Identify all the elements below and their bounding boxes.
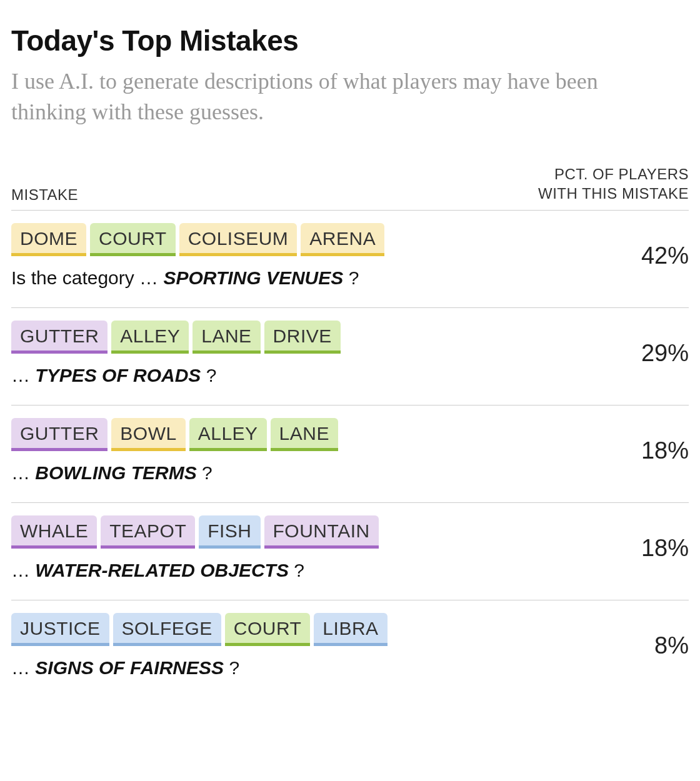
tile-group: GUTTERALLEYLANEDRIVE — [11, 321, 629, 354]
mistake-left: JUSTICESOLFEGECOURTLIBRA… SIGNS OF FAIRN… — [11, 613, 642, 679]
guess-line: Is the category … SPORTING VENUES ? — [11, 267, 629, 289]
word-tile: LANE — [192, 321, 260, 354]
tile-group: WHALETEAPOTFISHFOUNTAIN — [11, 515, 629, 549]
mistake-row: GUTTERBOWLALLEYLANE… BOWLING TERMS ?18% — [11, 405, 689, 503]
pct-value: 8% — [642, 632, 689, 659]
guess-category: WATER-RELATED OBJECTS — [35, 560, 289, 580]
guess-category: SIGNS OF FAIRNESS — [35, 657, 224, 678]
word-tile: JUSTICE — [11, 613, 109, 646]
intro-text: I use A.I. to generate descriptions of w… — [11, 66, 674, 127]
word-tile: COLISEUM — [179, 223, 298, 256]
word-tile: BOWL — [111, 418, 185, 451]
mistake-row: WHALETEAPOTFISHFOUNTAIN… WATER-RELATED O… — [11, 503, 689, 600]
mistake-left: GUTTERALLEYLANEDRIVE… TYPES OF ROADS ? — [11, 321, 629, 386]
mistake-row: GUTTERALLEYLANEDRIVE… TYPES OF ROADS ?29… — [11, 308, 689, 405]
word-tile: ALLEY — [111, 321, 189, 354]
mistake-row: JUSTICESOLFEGECOURTLIBRA… SIGNS OF FAIRN… — [11, 600, 689, 697]
word-tile: WHALE — [11, 515, 97, 549]
header-pct-line2: WITH THIS MISTAKE — [538, 184, 689, 203]
word-tile: GUTTER — [11, 321, 108, 354]
guess-prefix: … — [11, 365, 35, 386]
guess-category: SPORTING VENUES — [163, 267, 343, 288]
tile-group: DOMECOURTCOLISEUMARENA — [11, 223, 629, 256]
pct-value: 29% — [629, 340, 689, 367]
word-tile: COURT — [225, 613, 311, 646]
guess-line: … TYPES OF ROADS ? — [11, 365, 629, 386]
mistake-left: DOMECOURTCOLISEUMARENAIs the category … … — [11, 223, 629, 289]
mistake-left: WHALETEAPOTFISHFOUNTAIN… WATER-RELATED O… — [11, 515, 629, 581]
word-tile: FOUNTAIN — [264, 515, 379, 549]
page-title: Today's Top Mistakes — [11, 24, 689, 57]
pct-value: 42% — [629, 242, 689, 269]
word-tile: ALLEY — [189, 418, 267, 451]
word-tile: SOLFEGE — [113, 613, 221, 646]
guess-category: BOWLING TERMS — [35, 462, 196, 483]
word-tile: LANE — [271, 418, 338, 451]
word-tile: COURT — [90, 223, 176, 256]
pct-value: 18% — [629, 437, 689, 464]
mistake-row: DOMECOURTCOLISEUMARENAIs the category … … — [11, 211, 689, 308]
table-header: MISTAKE PCT. OF PLAYERS WITH THIS MISTAK… — [11, 164, 689, 210]
guess-line: … WATER-RELATED OBJECTS ? — [11, 560, 629, 581]
word-tile: TEAPOT — [101, 515, 195, 549]
header-pct: PCT. OF PLAYERS WITH THIS MISTAKE — [538, 164, 689, 203]
mistake-left: GUTTERBOWLALLEYLANE… BOWLING TERMS ? — [11, 418, 629, 484]
guess-prefix: … — [11, 462, 35, 483]
guess-suffix: ? — [224, 657, 239, 678]
header-mistake: MISTAKE — [11, 186, 78, 204]
guess-suffix: ? — [343, 267, 359, 288]
tile-group: JUSTICESOLFEGECOURTLIBRA — [11, 613, 642, 646]
word-tile: LIBRA — [314, 613, 387, 646]
word-tile: DRIVE — [264, 321, 341, 354]
word-tile: DOME — [11, 223, 86, 256]
guess-suffix: ? — [289, 560, 304, 580]
guess-suffix: ? — [197, 462, 212, 483]
tile-group: GUTTERBOWLALLEYLANE — [11, 418, 629, 451]
word-tile: FISH — [199, 515, 260, 549]
pct-value: 18% — [629, 535, 689, 562]
guess-suffix: ? — [201, 365, 216, 386]
header-pct-line1: PCT. OF PLAYERS — [538, 164, 689, 184]
guess-line: … SIGNS OF FAIRNESS ? — [11, 657, 642, 679]
word-tile: GUTTER — [11, 418, 108, 451]
guess-prefix: … — [11, 657, 35, 678]
mistake-rows: DOMECOURTCOLISEUMARENAIs the category … … — [11, 211, 689, 697]
guess-category: TYPES OF ROADS — [35, 365, 201, 386]
guess-prefix: Is the category … — [11, 267, 163, 288]
word-tile: ARENA — [301, 223, 384, 256]
guess-line: … BOWLING TERMS ? — [11, 462, 629, 484]
guess-prefix: … — [11, 560, 35, 580]
